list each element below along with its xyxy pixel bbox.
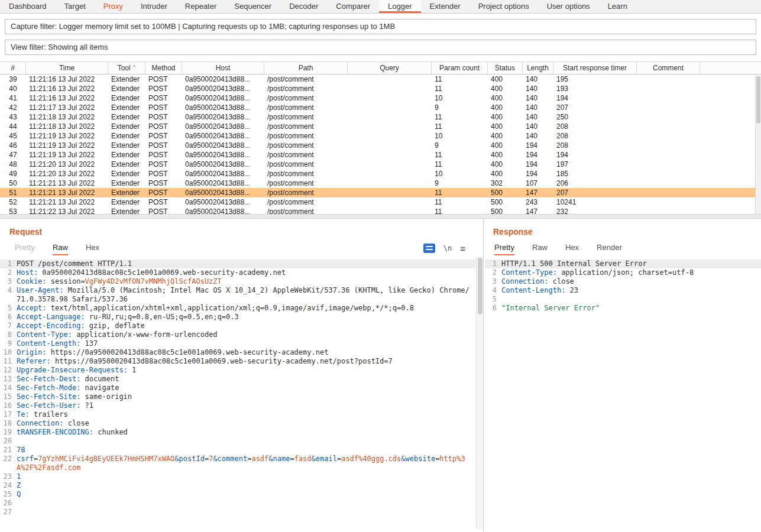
column-header-start-response-timer[interactable]: Start response timer: [553, 62, 637, 74]
response-tab-raw[interactable]: Raw: [532, 243, 548, 255]
horizontal-splitter[interactable]: [0, 214, 761, 219]
editor-line: 3Connection: close: [485, 277, 761, 286]
response-tab-render[interactable]: Render: [597, 243, 622, 255]
cell-host: 0a9500020413d88...: [182, 113, 264, 121]
menu-tab-learn[interactable]: Learn: [599, 0, 636, 13]
cell-method: POST: [145, 113, 182, 121]
editor-line: 9Content-Length: 137: [0, 339, 475, 348]
column-header-query[interactable]: Query: [348, 62, 432, 74]
editor-menu-icon[interactable]: ≡: [460, 244, 465, 254]
response-tab-pretty[interactable]: Pretty: [494, 243, 514, 255]
line-number: 4: [485, 286, 501, 295]
line-number: 11: [0, 357, 17, 366]
column-header-time[interactable]: Time: [26, 62, 108, 74]
column-header-path[interactable]: Path: [264, 62, 348, 74]
editor-line: 8Content-Type: application/x-www-form-ur…: [0, 330, 475, 339]
editor-line: 11Referer: https://0a9500020413d88ac08c5…: [0, 357, 475, 366]
cell-num: 49: [0, 170, 26, 178]
column-header-tool[interactable]: Tool^: [108, 62, 145, 74]
wrap-lines-icon[interactable]: [423, 244, 435, 253]
log-row-42[interactable]: 4211:21:17 13 Jul 2022ExtenderPOST0a9500…: [0, 103, 761, 112]
column-header-param-count[interactable]: Param count: [432, 62, 488, 74]
log-row-41[interactable]: 4111:21:16 13 Jul 2022ExtenderPOST0a9500…: [0, 93, 761, 103]
cell-host: 0a9500020413d88...: [182, 141, 264, 150]
menu-tab-project-options[interactable]: Project options: [469, 0, 538, 13]
request-tab-hex[interactable]: Hex: [86, 243, 99, 255]
cell-tool: Extender: [108, 132, 145, 140]
menu-tab-user-options[interactable]: User options: [538, 0, 599, 13]
message-panes: Request PrettyRawHex\n≡ 1POST /post/comm…: [0, 219, 761, 532]
menu-tab-sequencer[interactable]: Sequencer: [225, 0, 280, 13]
cell-param-count: 11: [432, 75, 488, 83]
log-row-46[interactable]: 4611:21:19 13 Jul 2022ExtenderPOST0a9500…: [0, 141, 761, 150]
log-row-47[interactable]: 4711:21:19 13 Jul 2022ExtenderPOST0a9500…: [0, 150, 761, 160]
line-number: 1: [0, 259, 17, 268]
line-number: 8: [0, 330, 17, 339]
request-tab-pretty[interactable]: Pretty: [15, 243, 35, 255]
cell-length: 194: [523, 141, 553, 150]
cell-time: 11:21:16 13 Jul 2022: [26, 75, 108, 83]
cell-start-response-timer: 232: [553, 207, 637, 214]
response-editor[interactable]: 1HTTP/1.1 500 Internal Server Error2Cont…: [485, 259, 761, 313]
cell-method: POST: [145, 132, 182, 140]
show-newlines-icon[interactable]: \n: [443, 244, 452, 252]
cell-method: POST: [145, 198, 182, 206]
cell-length: 194: [523, 170, 553, 178]
request-tab-raw[interactable]: Raw: [53, 243, 68, 255]
menu-tab-decoder[interactable]: Decoder: [280, 0, 327, 13]
menu-tab-dashboard[interactable]: Dashboard: [0, 0, 56, 13]
log-row-43[interactable]: 4311:21:18 13 Jul 2022ExtenderPOST0a9500…: [0, 112, 761, 122]
column-header-host[interactable]: Host: [182, 62, 264, 74]
menu-tab-intruder[interactable]: Intruder: [132, 0, 176, 13]
column-header-status[interactable]: Status: [488, 62, 523, 74]
menu-tab-repeater[interactable]: Repeater: [176, 0, 225, 13]
log-row-39[interactable]: 3911:21:16 13 Jul 2022ExtenderPOST0a9500…: [0, 74, 761, 84]
view-filter-bar[interactable]: View filter: Showing all items: [5, 40, 756, 55]
cell-start-response-timer: 185: [553, 170, 637, 178]
request-editor-scrollbar[interactable]: [476, 257, 483, 529]
cell-start-response-timer: 197: [553, 160, 637, 168]
table-scrollbar[interactable]: [755, 75, 761, 214]
column-header-length[interactable]: Length: [523, 62, 553, 74]
menu-tab-extender[interactable]: Extender: [421, 0, 469, 13]
log-row-50[interactable]: 5011:21:21 13 Jul 2022ExtenderPOST0a9500…: [0, 179, 761, 188]
log-row-45[interactable]: 4511:21:19 13 Jul 2022ExtenderPOST0a9500…: [0, 131, 761, 141]
cell-start-response-timer: 194: [553, 94, 637, 102]
log-row-51[interactable]: 5111:21:21 13 Jul 2022ExtenderPOST0a9500…: [0, 188, 761, 197]
log-row-44[interactable]: 4411:21:18 13 Jul 2022ExtenderPOST0a9500…: [0, 122, 761, 131]
cell-status: 400: [488, 103, 523, 112]
cell-num: 40: [0, 85, 26, 93]
menu-tab-logger[interactable]: Logger: [379, 0, 420, 13]
cell-num: 46: [0, 141, 26, 150]
cell-status: 400: [488, 160, 523, 168]
column-header-comment[interactable]: Comment: [637, 62, 700, 74]
table-scrollbar-thumb[interactable]: [756, 76, 760, 124]
column-header-num[interactable]: #: [0, 62, 26, 74]
log-row-53[interactable]: 5311:21:22 13 Jul 2022ExtenderPOST0a9500…: [0, 207, 761, 214]
editor-line: 13Sec-Fetch-Dest: document: [0, 375, 475, 384]
cell-start-response-timer: 250: [553, 113, 637, 121]
cell-tool: Extender: [108, 179, 145, 187]
cell-host: 0a9500020413d88...: [182, 151, 264, 159]
log-row-40[interactable]: 4011:21:16 13 Jul 2022ExtenderPOST0a9500…: [0, 84, 761, 93]
cell-num: 45: [0, 132, 26, 140]
menu-tab-comparer[interactable]: Comparer: [327, 0, 379, 13]
menu-tab-proxy[interactable]: Proxy: [95, 0, 132, 13]
cell-method: POST: [145, 103, 182, 112]
log-row-52[interactable]: 5211:21:21 13 Jul 2022ExtenderPOST0a9500…: [0, 197, 761, 207]
capture-filter-bar[interactable]: Capture filter: Logger memory limit set …: [5, 19, 756, 34]
log-row-49[interactable]: 4911:21:20 13 Jul 2022ExtenderPOST0a9500…: [0, 169, 761, 179]
request-pane: Request PrettyRawHex\n≡ 1POST /post/comm…: [0, 219, 484, 532]
cell-start-response-timer: 193: [553, 85, 637, 93]
cell-tool: Extender: [108, 198, 145, 206]
editor-line: 12Upgrade-Insecure-Requests: 1: [0, 366, 475, 375]
menu-tab-target[interactable]: Target: [56, 0, 95, 13]
request-editor[interactable]: 1POST /post/comment HTTP/1.12Host: 0a950…: [0, 259, 475, 517]
line-number: 12: [0, 366, 17, 375]
cell-tool: Extender: [108, 160, 145, 168]
log-row-48[interactable]: 4811:21:20 13 Jul 2022ExtenderPOST0a9500…: [0, 160, 761, 169]
cell-param-count: 9: [432, 103, 488, 112]
column-header-method[interactable]: Method: [145, 62, 182, 74]
response-tab-hex[interactable]: Hex: [565, 243, 579, 255]
request-editor-scrollbar-thumb[interactable]: [478, 258, 482, 314]
